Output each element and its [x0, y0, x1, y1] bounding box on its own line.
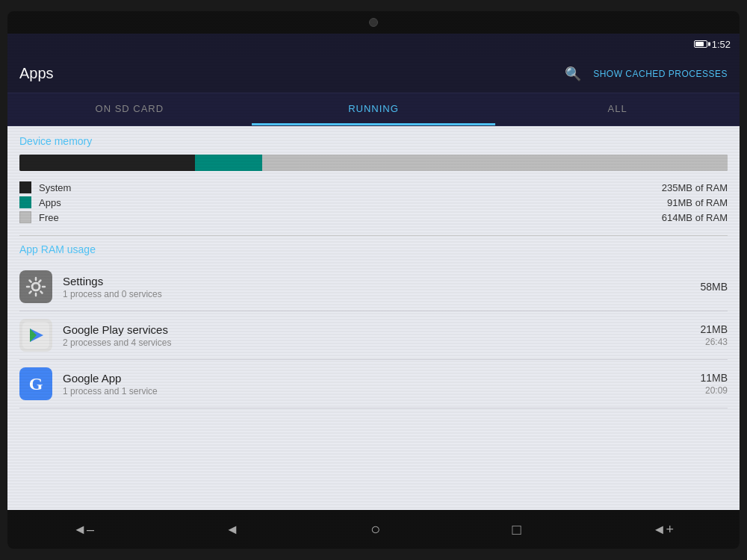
app-title: Apps	[19, 65, 565, 82]
device-frame: 1:52 Apps 🔍 SHOW CACHED PROCESSES ON SD …	[7, 11, 740, 549]
legend-color-apps	[19, 196, 31, 208]
app-item-play-services[interactable]: Google Play services 2 processes and 4 s…	[19, 311, 728, 360]
legend-apps: Apps 91MB of RAM	[19, 196, 728, 208]
play-services-icon	[19, 319, 52, 352]
memory-bar-system	[19, 155, 195, 171]
svg-point-1	[32, 283, 40, 290]
settings-mem: 58MB	[700, 281, 728, 293]
legend-color-system	[19, 181, 31, 193]
battery-icon	[694, 40, 707, 48]
legend-label-system: System	[39, 182, 654, 193]
device-memory-title: Device memory	[19, 135, 728, 147]
tab-on-sd-card[interactable]: ON SD CARD	[7, 93, 252, 125]
home-button[interactable]: ○	[359, 514, 392, 545]
legend-label-apps: Apps	[39, 197, 660, 208]
bottom-nav: ◄– ◄ ○ □ ◄+	[7, 510, 740, 549]
clock: 1:52	[712, 39, 731, 50]
google-app-mem-time: 20:09	[700, 385, 728, 396]
settings-icon	[19, 270, 52, 303]
google-app-mem-size: 11MB	[700, 372, 728, 384]
app-item-settings[interactable]: Settings 1 process and 0 services 58MB	[19, 263, 728, 311]
top-bezel	[7, 11, 740, 34]
legend-free: Free 614MB of RAM	[19, 211, 728, 223]
google-app-info: Google App 1 process and 1 service	[63, 372, 689, 396]
back-button[interactable]: ◄	[214, 516, 251, 544]
main-content: Device memory System 235MB of RAM Apps 9…	[7, 126, 740, 510]
google-app-mem: 11MB 20:09	[700, 372, 728, 396]
tabs-bar: ON SD CARD RUNNING ALL	[7, 93, 740, 126]
app-bar-actions: 🔍 SHOW CACHED PROCESSES	[565, 66, 728, 82]
google-app-name: Google App	[63, 372, 689, 385]
google-app-sub: 1 process and 1 service	[63, 386, 689, 396]
app-bar: Apps 🔍 SHOW CACHED PROCESSES	[7, 55, 740, 93]
memory-legend: System 235MB of RAM Apps 91MB of RAM Fre…	[19, 181, 728, 223]
settings-info: Settings 1 process and 0 services	[63, 275, 689, 299]
memory-bar-apps	[195, 155, 262, 171]
play-services-mem-time: 26:43	[700, 337, 728, 347]
memory-bar-free	[262, 155, 728, 171]
play-services-info: Google Play services 2 processes and 4 s…	[63, 323, 689, 348]
legend-system: System 235MB of RAM	[19, 181, 728, 193]
app-item-google[interactable]: G Google App 1 process and 1 service 11M…	[19, 360, 728, 408]
legend-value-free: 614MB of RAM	[662, 212, 728, 223]
play-services-name: Google Play services	[63, 323, 689, 336]
volume-up-button[interactable]: ◄+	[641, 516, 686, 544]
play-services-mem-size: 21MB	[700, 323, 728, 335]
volume-down-button[interactable]: ◄–	[61, 516, 106, 544]
status-bar: 1:52	[7, 34, 740, 55]
google-app-icon: G	[19, 367, 52, 400]
tab-all[interactable]: ALL	[495, 93, 740, 125]
legend-value-system: 235MB of RAM	[662, 182, 728, 193]
search-icon[interactable]: 🔍	[565, 66, 581, 82]
app-ram-title: App RAM usage	[19, 243, 728, 255]
settings-name: Settings	[63, 275, 689, 287]
recents-button[interactable]: □	[500, 515, 533, 544]
memory-bar	[19, 155, 728, 171]
legend-color-free	[19, 211, 31, 223]
divider	[19, 235, 728, 236]
show-cached-button[interactable]: SHOW CACHED PROCESSES	[593, 69, 728, 79]
app-ram-section: App RAM usage Settings 1 process and 0 s…	[19, 243, 728, 408]
legend-value-apps: 91MB of RAM	[667, 197, 728, 208]
settings-mem-size: 58MB	[700, 281, 728, 293]
camera	[369, 18, 378, 27]
play-services-mem: 21MB 26:43	[700, 323, 728, 347]
legend-label-free: Free	[39, 212, 654, 223]
play-services-sub: 2 processes and 4 services	[63, 337, 689, 348]
status-time: 1:52	[694, 39, 731, 50]
tab-running[interactable]: RUNNING	[252, 93, 496, 125]
settings-sub: 1 process and 0 services	[63, 289, 689, 299]
